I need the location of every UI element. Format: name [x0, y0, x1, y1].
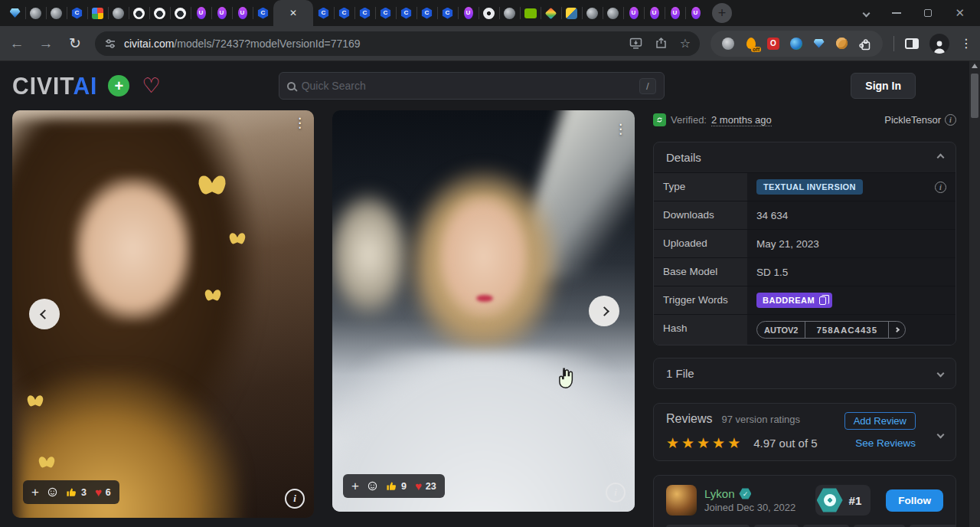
image-info-button[interactable]: i — [606, 483, 626, 502]
pinned-tab-ultralytics[interactable]: U — [191, 0, 211, 26]
pinned-tab-grid[interactable] — [87, 0, 108, 26]
follow-button[interactable]: Follow — [886, 489, 943, 512]
image-info-button[interactable]: i — [285, 489, 305, 509]
reload-icon[interactable]: ↻ — [66, 34, 84, 52]
heart-reaction[interactable]: ♥ 6 — [95, 486, 111, 498]
new-tab-button[interactable]: + — [712, 3, 732, 23]
pinned-tab-civitai[interactable]: C — [416, 0, 437, 26]
heart-reaction[interactable]: ♥ 23 — [415, 480, 436, 492]
side-panel-icon[interactable] — [905, 38, 919, 49]
copy-icon[interactable] — [819, 296, 826, 305]
minimize-icon[interactable] — [892, 12, 901, 14]
image-menu-icon[interactable]: ⋮ — [614, 121, 627, 137]
search-input[interactable] — [302, 80, 633, 92]
details-header[interactable]: Details — [654, 142, 956, 172]
gallery-image-1[interactable]: ⋮ + 3 ♥ 6 i — [12, 110, 314, 518]
page-scrollbar[interactable] — [969, 61, 980, 527]
see-reviews-link[interactable]: See Reviews — [855, 437, 916, 449]
pinned-tab-gear[interactable] — [479, 0, 499, 26]
site-settings-icon[interactable] — [104, 38, 116, 50]
forward-icon[interactable]: → — [37, 35, 55, 52]
active-tab[interactable]: ✕ — [273, 0, 313, 26]
info-icon[interactable]: i — [935, 182, 946, 193]
carousel-prev-button[interactable] — [29, 299, 60, 329]
address-bar[interactable]: civitai.com/models/72437?modelVersionId=… — [95, 31, 700, 56]
smiley-icon[interactable] — [47, 487, 57, 497]
pinned-tab-ultralytics[interactable]: U — [458, 0, 479, 26]
window-close-icon[interactable]: ✕ — [955, 6, 965, 20]
hash-expand-button[interactable] — [888, 322, 905, 338]
pinned-tab-civitai[interactable]: C — [334, 0, 354, 26]
quick-search[interactable]: / — [279, 72, 665, 100]
share-icon[interactable] — [655, 37, 668, 50]
browser-profile-avatar[interactable] — [929, 34, 949, 54]
smiley-icon[interactable] — [368, 481, 377, 491]
reaction-bar[interactable]: + 9 ♥ 23 — [343, 474, 445, 498]
install-app-icon[interactable] — [629, 37, 642, 50]
pinned-tab-ultralytics[interactable]: U — [665, 0, 685, 26]
tab-search-icon[interactable] — [863, 9, 871, 17]
url-text[interactable]: civitai.com/models/72437?modelVersionId=… — [124, 38, 622, 50]
add-reaction-button[interactable]: + — [31, 486, 39, 499]
sign-in-button[interactable]: Sign In — [851, 73, 916, 99]
thumbs-up-reaction[interactable]: 3 — [66, 486, 87, 498]
pinned-tab-ultralytics[interactable]: U — [623, 0, 644, 26]
info-icon[interactable]: i — [945, 114, 956, 126]
pinned-tab-diamond[interactable] — [541, 0, 561, 26]
pinned-tab-globe[interactable] — [603, 0, 623, 26]
pinned-tab-ultralytics[interactable]: U — [685, 0, 706, 26]
creator-name[interactable]: Lykon ✓ — [704, 487, 795, 500]
carousel-next-button[interactable] — [589, 296, 619, 326]
type-badge[interactable]: TEXTUAL INVERSION — [756, 179, 863, 195]
pinned-tab-globe[interactable] — [108, 0, 129, 26]
trigger-word-badge[interactable]: BADDREAM — [756, 293, 832, 308]
red-o-extension-icon[interactable]: O — [767, 38, 779, 50]
extensions-puzzle-icon[interactable] — [858, 37, 872, 51]
pinned-tab-civitai[interactable]: C — [396, 0, 416, 26]
hash-pill[interactable]: AUTOV2 758AAC4435 — [756, 321, 906, 339]
civitai-logo[interactable]: CIVITAI — [12, 72, 97, 100]
reaction-bar[interactable]: + 3 ♥ 6 — [23, 480, 119, 504]
scroll-up-arrow[interactable] — [972, 64, 978, 68]
pinned-tab-globe[interactable] — [25, 0, 46, 26]
pinned-tab-github[interactable] — [149, 0, 170, 26]
earth-extension-icon[interactable] — [789, 37, 802, 50]
pinned-tab-ultralytics[interactable]: U — [211, 0, 232, 26]
pinned-tab-python[interactable] — [561, 0, 582, 26]
creator-rank-badge[interactable]: #1 — [815, 485, 871, 516]
restore-icon[interactable] — [924, 9, 932, 17]
tab-close-icon[interactable]: ✕ — [289, 8, 297, 18]
bookmark-star-icon[interactable]: ☆ — [680, 36, 691, 51]
gallery-image-2[interactable]: ⋮ + 9 ♥ 23 i — [332, 110, 635, 512]
scrollbar-thumb[interactable] — [971, 74, 978, 118]
pinned-tab-ultralytics[interactable]: U — [644, 0, 665, 26]
pinned-tab-globe[interactable] — [46, 0, 67, 26]
favorites-heart-icon[interactable]: ♡ — [142, 76, 160, 97]
add-review-button[interactable]: Add Review — [844, 412, 916, 430]
pinned-tab-civitai[interactable]: C — [253, 0, 273, 26]
add-reaction-button[interactable]: + — [351, 480, 359, 493]
verified-time[interactable]: 2 months ago — [711, 114, 772, 126]
thumbs-up-reaction[interactable]: 9 — [386, 480, 407, 492]
pinned-tab-civitai[interactable]: C — [375, 0, 396, 26]
pinned-tab-civitai[interactable]: C — [313, 0, 334, 26]
pinned-tab-civitai[interactable]: C — [437, 0, 458, 26]
pinned-tab-civitai[interactable]: C — [67, 0, 87, 26]
pinned-tab-github[interactable] — [129, 0, 149, 26]
cookie-extension-icon[interactable] — [835, 37, 848, 50]
files-header[interactable]: 1 File — [654, 358, 956, 388]
browser-menu-icon[interactable]: ⋮ — [960, 36, 972, 51]
image-menu-icon[interactable]: ⋮ — [293, 115, 306, 131]
pinned-tab-nvidia[interactable] — [520, 0, 541, 26]
streak-off-extension-icon[interactable]: off — [744, 37, 757, 50]
gem-extension-icon[interactable] — [812, 37, 825, 50]
pinned-tab-globe[interactable] — [499, 0, 520, 26]
back-icon[interactable]: ← — [8, 35, 26, 52]
creator-avatar[interactable] — [666, 485, 697, 516]
pinned-tab-github[interactable] — [170, 0, 191, 26]
globe-extension-icon[interactable] — [721, 37, 734, 50]
create-button[interactable]: + — [108, 75, 129, 97]
pinned-tab-civitai[interactable]: C — [354, 0, 375, 26]
pinned-tab-gem[interactable] — [5, 0, 25, 26]
pinned-tab-globe[interactable] — [582, 0, 603, 26]
